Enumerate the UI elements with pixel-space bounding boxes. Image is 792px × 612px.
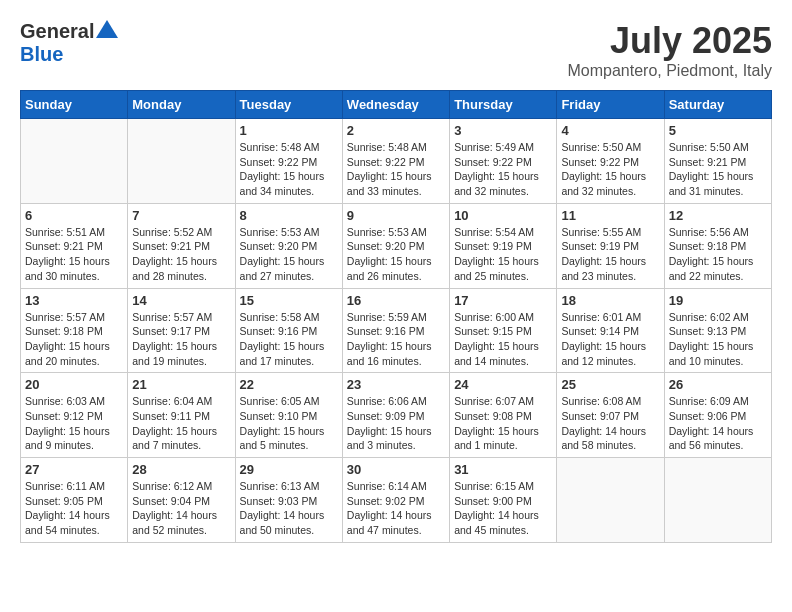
calendar-day-cell: 30Sunrise: 6:14 AM Sunset: 9:02 PM Dayli…: [342, 458, 449, 543]
calendar-day-cell: 24Sunrise: 6:07 AM Sunset: 9:08 PM Dayli…: [450, 373, 557, 458]
calendar-day-cell: 23Sunrise: 6:06 AM Sunset: 9:09 PM Dayli…: [342, 373, 449, 458]
day-number: 9: [347, 208, 445, 223]
calendar-day-cell: 29Sunrise: 6:13 AM Sunset: 9:03 PM Dayli…: [235, 458, 342, 543]
calendar-header: SundayMondayTuesdayWednesdayThursdayFrid…: [21, 91, 772, 119]
logo-general: General: [20, 20, 94, 42]
day-number: 30: [347, 462, 445, 477]
day-of-week-header: Friday: [557, 91, 664, 119]
day-number: 4: [561, 123, 659, 138]
calendar-day-cell: 20Sunrise: 6:03 AM Sunset: 9:12 PM Dayli…: [21, 373, 128, 458]
day-number: 23: [347, 377, 445, 392]
day-number: 13: [25, 293, 123, 308]
day-number: 24: [454, 377, 552, 392]
calendar-day-cell: [128, 119, 235, 204]
calendar-day-cell: [664, 458, 771, 543]
day-number: 31: [454, 462, 552, 477]
calendar-day-cell: 6Sunrise: 5:51 AM Sunset: 9:21 PM Daylig…: [21, 203, 128, 288]
calendar-day-cell: 18Sunrise: 6:01 AM Sunset: 9:14 PM Dayli…: [557, 288, 664, 373]
day-number: 11: [561, 208, 659, 223]
day-info: Sunrise: 5:50 AM Sunset: 9:21 PM Dayligh…: [669, 140, 767, 199]
calendar-day-cell: 9Sunrise: 5:53 AM Sunset: 9:20 PM Daylig…: [342, 203, 449, 288]
day-of-week-header: Tuesday: [235, 91, 342, 119]
day-of-week-header: Sunday: [21, 91, 128, 119]
calendar-table: SundayMondayTuesdayWednesdayThursdayFrid…: [20, 90, 772, 543]
calendar-body: 1Sunrise: 5:48 AM Sunset: 9:22 PM Daylig…: [21, 119, 772, 543]
day-info: Sunrise: 5:53 AM Sunset: 9:20 PM Dayligh…: [240, 225, 338, 284]
logo-text: General Blue: [20, 20, 118, 66]
day-info: Sunrise: 5:54 AM Sunset: 9:19 PM Dayligh…: [454, 225, 552, 284]
calendar-week-row: 13Sunrise: 5:57 AM Sunset: 9:18 PM Dayli…: [21, 288, 772, 373]
day-info: Sunrise: 6:11 AM Sunset: 9:05 PM Dayligh…: [25, 479, 123, 538]
day-of-week-header: Wednesday: [342, 91, 449, 119]
day-info: Sunrise: 5:57 AM Sunset: 9:18 PM Dayligh…: [25, 310, 123, 369]
day-info: Sunrise: 6:01 AM Sunset: 9:14 PM Dayligh…: [561, 310, 659, 369]
day-info: Sunrise: 5:52 AM Sunset: 9:21 PM Dayligh…: [132, 225, 230, 284]
day-info: Sunrise: 5:50 AM Sunset: 9:22 PM Dayligh…: [561, 140, 659, 199]
day-info: Sunrise: 6:09 AM Sunset: 9:06 PM Dayligh…: [669, 394, 767, 453]
day-info: Sunrise: 5:58 AM Sunset: 9:16 PM Dayligh…: [240, 310, 338, 369]
calendar-day-cell: 26Sunrise: 6:09 AM Sunset: 9:06 PM Dayli…: [664, 373, 771, 458]
day-info: Sunrise: 6:06 AM Sunset: 9:09 PM Dayligh…: [347, 394, 445, 453]
day-info: Sunrise: 5:51 AM Sunset: 9:21 PM Dayligh…: [25, 225, 123, 284]
day-info: Sunrise: 6:03 AM Sunset: 9:12 PM Dayligh…: [25, 394, 123, 453]
day-number: 27: [25, 462, 123, 477]
day-number: 6: [25, 208, 123, 223]
calendar-week-row: 6Sunrise: 5:51 AM Sunset: 9:21 PM Daylig…: [21, 203, 772, 288]
day-number: 3: [454, 123, 552, 138]
calendar-day-cell: 14Sunrise: 5:57 AM Sunset: 9:17 PM Dayli…: [128, 288, 235, 373]
day-info: Sunrise: 6:08 AM Sunset: 9:07 PM Dayligh…: [561, 394, 659, 453]
day-number: 29: [240, 462, 338, 477]
day-number: 8: [240, 208, 338, 223]
calendar-day-cell: 7Sunrise: 5:52 AM Sunset: 9:21 PM Daylig…: [128, 203, 235, 288]
logo-icon: [96, 20, 118, 38]
calendar-day-cell: 10Sunrise: 5:54 AM Sunset: 9:19 PM Dayli…: [450, 203, 557, 288]
day-number: 14: [132, 293, 230, 308]
day-number: 7: [132, 208, 230, 223]
calendar-day-cell: 8Sunrise: 5:53 AM Sunset: 9:20 PM Daylig…: [235, 203, 342, 288]
calendar-day-cell: 12Sunrise: 5:56 AM Sunset: 9:18 PM Dayli…: [664, 203, 771, 288]
calendar-day-cell: 11Sunrise: 5:55 AM Sunset: 9:19 PM Dayli…: [557, 203, 664, 288]
calendar-day-cell: 4Sunrise: 5:50 AM Sunset: 9:22 PM Daylig…: [557, 119, 664, 204]
calendar-day-cell: 17Sunrise: 6:00 AM Sunset: 9:15 PM Dayli…: [450, 288, 557, 373]
day-info: Sunrise: 5:55 AM Sunset: 9:19 PM Dayligh…: [561, 225, 659, 284]
calendar-day-cell: 15Sunrise: 5:58 AM Sunset: 9:16 PM Dayli…: [235, 288, 342, 373]
day-number: 12: [669, 208, 767, 223]
page-header: General Blue July 2025 Mompantero, Piedm…: [20, 20, 772, 80]
calendar-day-cell: 5Sunrise: 5:50 AM Sunset: 9:21 PM Daylig…: [664, 119, 771, 204]
logo-blue: Blue: [20, 43, 63, 65]
day-info: Sunrise: 6:04 AM Sunset: 9:11 PM Dayligh…: [132, 394, 230, 453]
calendar-day-cell: 27Sunrise: 6:11 AM Sunset: 9:05 PM Dayli…: [21, 458, 128, 543]
day-number: 17: [454, 293, 552, 308]
day-number: 28: [132, 462, 230, 477]
day-of-week-header: Saturday: [664, 91, 771, 119]
calendar-day-cell: 3Sunrise: 5:49 AM Sunset: 9:22 PM Daylig…: [450, 119, 557, 204]
day-info: Sunrise: 5:49 AM Sunset: 9:22 PM Dayligh…: [454, 140, 552, 199]
day-number: 10: [454, 208, 552, 223]
title-section: July 2025 Mompantero, Piedmont, Italy: [567, 20, 772, 80]
calendar-day-cell: 13Sunrise: 5:57 AM Sunset: 9:18 PM Dayli…: [21, 288, 128, 373]
day-number: 22: [240, 377, 338, 392]
day-of-week-header: Thursday: [450, 91, 557, 119]
calendar-day-cell: 19Sunrise: 6:02 AM Sunset: 9:13 PM Dayli…: [664, 288, 771, 373]
day-info: Sunrise: 6:15 AM Sunset: 9:00 PM Dayligh…: [454, 479, 552, 538]
day-info: Sunrise: 6:13 AM Sunset: 9:03 PM Dayligh…: [240, 479, 338, 538]
day-info: Sunrise: 5:48 AM Sunset: 9:22 PM Dayligh…: [240, 140, 338, 199]
logo: General Blue: [20, 20, 118, 66]
day-number: 5: [669, 123, 767, 138]
day-info: Sunrise: 6:00 AM Sunset: 9:15 PM Dayligh…: [454, 310, 552, 369]
day-number: 2: [347, 123, 445, 138]
calendar-week-row: 27Sunrise: 6:11 AM Sunset: 9:05 PM Dayli…: [21, 458, 772, 543]
day-info: Sunrise: 6:02 AM Sunset: 9:13 PM Dayligh…: [669, 310, 767, 369]
day-info: Sunrise: 5:56 AM Sunset: 9:18 PM Dayligh…: [669, 225, 767, 284]
day-info: Sunrise: 6:14 AM Sunset: 9:02 PM Dayligh…: [347, 479, 445, 538]
day-number: 1: [240, 123, 338, 138]
day-number: 18: [561, 293, 659, 308]
day-info: Sunrise: 6:05 AM Sunset: 9:10 PM Dayligh…: [240, 394, 338, 453]
svg-marker-0: [96, 20, 118, 38]
calendar-day-cell: 31Sunrise: 6:15 AM Sunset: 9:00 PM Dayli…: [450, 458, 557, 543]
day-of-week-header: Monday: [128, 91, 235, 119]
day-info: Sunrise: 5:57 AM Sunset: 9:17 PM Dayligh…: [132, 310, 230, 369]
calendar-day-cell: 21Sunrise: 6:04 AM Sunset: 9:11 PM Dayli…: [128, 373, 235, 458]
calendar-day-cell: 1Sunrise: 5:48 AM Sunset: 9:22 PM Daylig…: [235, 119, 342, 204]
location-subtitle: Mompantero, Piedmont, Italy: [567, 62, 772, 80]
